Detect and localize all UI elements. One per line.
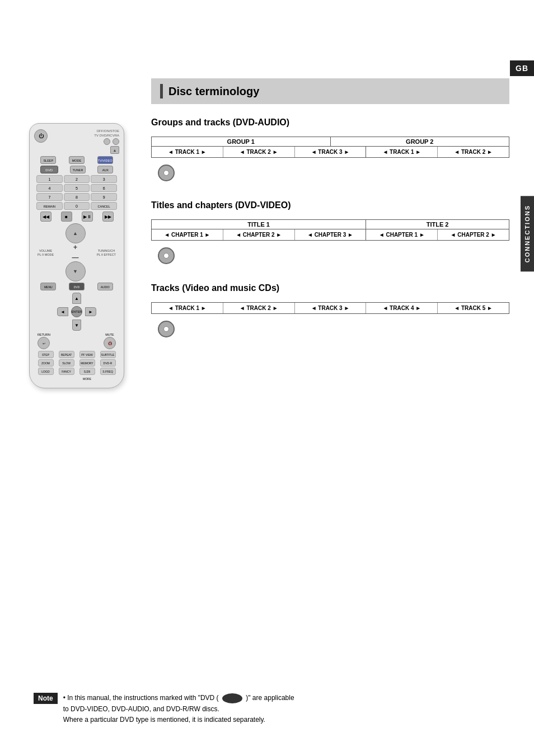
return-label: RETURN (38, 333, 50, 336)
enter-button[interactable]: ENTER (71, 306, 82, 317)
audio-button[interactable]: AUDIO (97, 283, 113, 290)
return-button[interactable]: ↩ (38, 337, 50, 349)
num-9[interactable]: 9 (91, 193, 117, 201)
tracks-section: Tracks (Video and music CDs) ◄ TRACK 1 ►… (151, 283, 509, 341)
dpad-up[interactable]: ▲ (72, 293, 81, 304)
bottom-buttons: STEP REPEAT PF VIEW SUBTITLE ZOOM SLOW M… (35, 351, 118, 375)
title2-header: TITLE 2 (366, 220, 509, 229)
s-freq-button[interactable]: S.FREQ (100, 368, 116, 375)
remain-button[interactable]: REMAIN (36, 202, 63, 210)
title1-header: TITLE 1 (152, 220, 366, 229)
tvvideo-button[interactable]: TV/VIDEO (97, 156, 113, 164)
track5: ◄ TRACK 5 ► (438, 303, 509, 313)
track1: ◄ TRACK 1 ► (152, 303, 223, 313)
disc-icon-3 (158, 321, 175, 337)
slow-button[interactable]: SLOW (59, 359, 74, 367)
memory-button[interactable]: MEMORY (79, 359, 95, 367)
pl-mode-label: PL II MODE (38, 253, 54, 256)
eject-button[interactable]: ▲ (110, 146, 119, 154)
disc-row-3 (151, 317, 509, 341)
dvd-button[interactable]: DVD (40, 166, 58, 173)
dvd-oval (222, 693, 242, 703)
num-3[interactable]: 3 (91, 175, 117, 183)
note-label: Note (34, 693, 58, 704)
disc-row-1 (151, 161, 509, 185)
dpad-right[interactable]: ► (85, 307, 96, 316)
section-title: Disc terminology (168, 85, 259, 98)
sj26-more-button[interactable]: SJ26 MORE (79, 368, 95, 375)
num-5[interactable]: 5 (64, 184, 90, 192)
g1-track1: ◄ TRACK 1 ► (152, 147, 223, 157)
num-8[interactable]: 8 (64, 193, 90, 201)
note-line2: to DVD-VIDEO, DVD-AUDIO, and DVD-R/RW di… (63, 704, 294, 715)
g1-track2: ◄ TRACK 2 ► (223, 147, 295, 157)
tv-dvd-label: TV DVD/RCVRA (94, 134, 119, 137)
volume-section: VOLUME PL II MODE (38, 249, 54, 256)
tuning-section: TUNING/CH PL II EFFECT (97, 249, 116, 256)
tuning-label: TUNING/CH (98, 249, 115, 252)
subsection1-title: Groups and tracks (DVD-AUDIO) (151, 118, 509, 128)
note-line3: Where a particular DVD type is mentioned… (63, 715, 294, 725)
disc-row-2 (151, 244, 509, 267)
aux-button[interactable]: AUX (97, 166, 113, 173)
remote-control: ⏻ OFF/ON/STOE TV DVD/RCVRA ▲ SLEEP MODE … (18, 123, 135, 388)
num-6[interactable]: 6 (91, 184, 117, 192)
mute-button[interactable]: 🔇 (104, 337, 116, 349)
step-button[interactable]: STEP (38, 351, 54, 358)
track3: ◄ TRACK 3 ► (295, 303, 367, 313)
zoom-button[interactable]: ZOOM (38, 359, 54, 367)
pf-view-button[interactable]: PF VIEW (79, 351, 95, 358)
dvd-menu-button[interactable]: DVD (69, 283, 85, 290)
mode-button[interactable]: MODE (69, 156, 85, 164)
repeat-button[interactable]: REPEAT (59, 351, 74, 358)
sub-title-button[interactable]: SUBTITLE (100, 351, 116, 358)
tuner-button[interactable]: TUNER (70, 166, 86, 173)
plus-sign: + (73, 244, 77, 251)
tv-circles (104, 138, 119, 145)
chapters-row: ◄ CHAPTER 1 ► ◄ CHAPTER 2 ► ◄ CHAPTER 3 … (152, 229, 509, 240)
power-button[interactable]: ⏻ (34, 129, 48, 143)
menu-button[interactable]: MENU (40, 283, 56, 290)
plus-minus-control: ▲ + — ▼ (65, 223, 86, 281)
prev-button[interactable]: ◀◀ (40, 212, 51, 222)
fancy-button[interactable]: FANCY (59, 368, 74, 375)
num-4[interactable]: 4 (36, 184, 63, 192)
play-pause-button[interactable]: ▶⏸ (82, 212, 93, 222)
num-2[interactable]: 2 (64, 175, 90, 183)
group-tracks-row: ◄ TRACK 1 ► ◄ TRACK 2 ► ◄ TRACK 3 ► ◄ TR… (152, 147, 509, 157)
bottom-row-1: STEP REPEAT PF VIEW SUBTITLE (35, 351, 118, 358)
t1-ch1: ◄ CHAPTER 1 ► (152, 229, 223, 240)
volume-label: VOLUME (39, 249, 52, 252)
next-button[interactable]: ▶▶ (102, 212, 114, 222)
transport-row: ◀◀ ■ ▶⏸ ▶▶ (35, 212, 118, 222)
dpad-left[interactable]: ◄ (57, 307, 68, 316)
cancel-button[interactable]: CANCEL (91, 202, 117, 210)
stop-button[interactable]: ■ (61, 212, 72, 222)
logo-button[interactable]: LOGO (38, 368, 54, 375)
subsection2-title: Titles and chapters (DVD-VIDEO) (151, 200, 509, 210)
dvd-r-button[interactable]: DVD-R (100, 359, 116, 367)
remote-top-section: ⏻ OFF/ON/STOE TV DVD/RCVRA ▲ (34, 129, 119, 154)
return-mute-row: RETURN ↩ MUTE 🔇 (38, 333, 116, 349)
g2-track2: ◄ TRACK 2 ► (438, 147, 509, 157)
sleep-button[interactable]: SLEEP (40, 156, 56, 164)
tracks-only-row: ◄ TRACK 1 ► ◄ TRACK 2 ► ◄ TRACK 3 ► ◄ TR… (152, 303, 509, 313)
down-button[interactable]: ▼ (65, 261, 86, 281)
num-1[interactable]: 1 (36, 175, 63, 183)
circle-2 (113, 138, 119, 145)
number-grid: 1 2 3 4 5 6 7 8 9 REMAIN 0 CANCEL (36, 175, 117, 210)
t2-ch1: ◄ CHAPTER 1 ► (366, 229, 438, 240)
dpad-container: ▲ ◄ ENTER ► ▼ (57, 293, 96, 331)
return-section: RETURN ↩ (38, 333, 50, 349)
bottom-row-3: LOGO FANCY SJ26 MORE S.FREQ (35, 368, 118, 375)
title-header-row: TITLE 1 TITLE 2 (152, 220, 509, 229)
titles-diagram: TITLE 1 TITLE 2 ◄ CHAPTER 1 ► ◄ CHAPTER … (151, 219, 509, 241)
num-0[interactable]: 0 (64, 202, 90, 210)
up-button[interactable]: ▲ (65, 223, 86, 243)
volume-row: VOLUME PL II MODE ▲ + — ▼ TUNING/CH PL I… (38, 223, 116, 281)
track2: ◄ TRACK 2 ► (223, 303, 295, 313)
header-bar (160, 84, 163, 98)
dpad-down[interactable]: ▼ (72, 320, 81, 331)
num-7[interactable]: 7 (36, 193, 63, 201)
t2-ch2: ◄ CHAPTER 2 ► (438, 229, 509, 240)
